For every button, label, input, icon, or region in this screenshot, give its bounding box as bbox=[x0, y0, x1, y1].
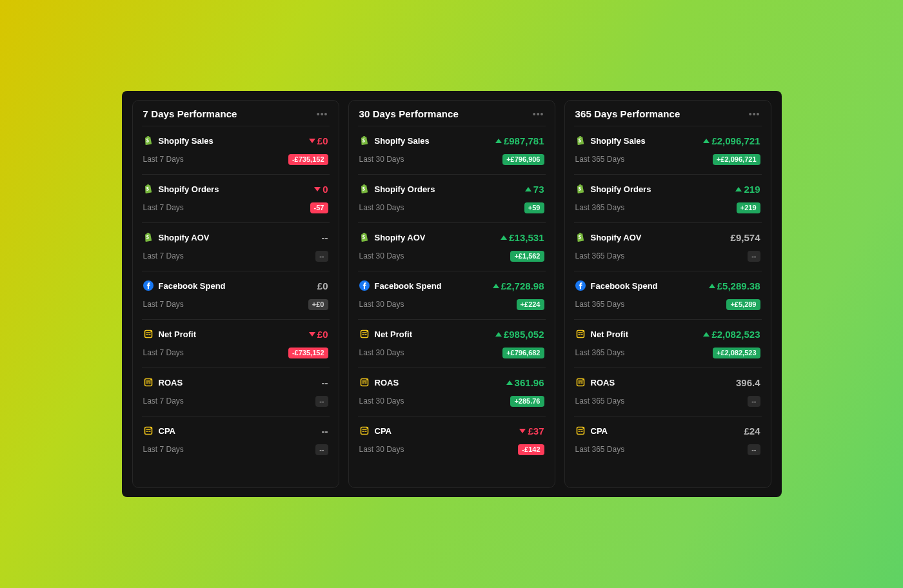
facebook-icon bbox=[359, 280, 370, 291]
metric-value: £0 bbox=[309, 329, 328, 340]
metric-value: £0 bbox=[317, 280, 328, 291]
metric-roas: ROAS 396.4 Last 365 Days -- bbox=[574, 368, 762, 416]
metric-delta-badge: -- bbox=[315, 396, 328, 407]
metric-shopify-aov: Shopify AOV -- Last 7 Days -- bbox=[142, 222, 330, 271]
metric-delta-badge: -- bbox=[748, 444, 760, 455]
metric-delta-badge: +£0 bbox=[308, 299, 328, 310]
calculator-icon bbox=[575, 426, 586, 436]
metric-sublabel: Last 365 Days bbox=[575, 397, 625, 406]
metric-value: £13,531 bbox=[501, 232, 544, 243]
metric-cpa: CPA -- Last 7 Days -- bbox=[142, 416, 330, 464]
metric-delta-badge: +59 bbox=[524, 202, 544, 213]
trend-up-icon bbox=[703, 139, 710, 143]
calculator-icon bbox=[143, 377, 154, 387]
trend-up-icon bbox=[709, 284, 715, 288]
metric-value: £37 bbox=[519, 426, 544, 436]
metric-shopify-sales: Shopify Sales £2,096,721 Last 365 Days +… bbox=[574, 126, 762, 174]
metric-facebook-spend: Facebook Spend £2,728.98 Last 30 Days +£… bbox=[358, 271, 546, 319]
shopify-icon bbox=[359, 135, 370, 146]
metric-value: £5,289.38 bbox=[709, 280, 760, 291]
calculator-icon bbox=[359, 329, 370, 339]
metric-value: 73 bbox=[525, 184, 544, 195]
trend-up-icon bbox=[495, 332, 502, 337]
column-title: 7 Days Performance bbox=[143, 108, 237, 119]
metric-sublabel: Last 7 Days bbox=[143, 155, 184, 164]
column-menu-button[interactable]: ••• bbox=[317, 109, 328, 119]
svg-point-15 bbox=[150, 427, 152, 429]
calculator-icon bbox=[575, 329, 586, 339]
metric-label: Shopify AOV bbox=[159, 233, 210, 242]
shopify-icon bbox=[575, 232, 586, 242]
metric-roas: ROAS 361.96 Last 30 Days +285.76 bbox=[358, 368, 546, 416]
performance-column-7d: 7 Days Performance ••• Shopify Sales £0 … bbox=[132, 100, 339, 488]
column-menu-button[interactable]: ••• bbox=[533, 109, 544, 119]
metric-shopify-sales: Shopify Sales £987,781 Last 30 Days +£79… bbox=[358, 126, 546, 174]
metric-label: Shopify Sales bbox=[591, 136, 646, 146]
metric-label: Net Profit bbox=[591, 329, 629, 339]
svg-point-10 bbox=[150, 378, 152, 380]
metric-delta-badge: -- bbox=[315, 444, 328, 455]
metric-shopify-aov: Shopify AOV £9,574 Last 365 Days -- bbox=[574, 222, 762, 271]
metric-sublabel: Last 7 Days bbox=[143, 203, 184, 212]
metric-value: £24 bbox=[744, 426, 760, 436]
column-menu-button[interactable]: ••• bbox=[749, 109, 760, 119]
metric-sublabel: Last 365 Days bbox=[575, 300, 625, 309]
metric-label: ROAS bbox=[159, 378, 183, 387]
metric-value: 0 bbox=[314, 184, 328, 195]
trend-down-icon bbox=[309, 139, 315, 143]
metric-label: CPA bbox=[159, 426, 175, 436]
metric-label: Net Profit bbox=[375, 329, 413, 339]
trend-down-icon bbox=[309, 332, 315, 337]
facebook-icon bbox=[575, 280, 586, 291]
metric-cpa: CPA £24 Last 365 Days -- bbox=[574, 416, 762, 464]
metric-value: £9,574 bbox=[731, 232, 760, 243]
shopify-icon bbox=[575, 184, 586, 194]
metric-sublabel: Last 30 Days bbox=[359, 203, 404, 212]
calculator-icon bbox=[359, 377, 370, 387]
metric-sublabel: Last 365 Days bbox=[575, 445, 625, 454]
metric-sublabel: Last 365 Days bbox=[575, 348, 625, 357]
metric-sublabel: Last 30 Days bbox=[359, 348, 404, 357]
metric-delta-badge: +£224 bbox=[517, 299, 544, 310]
metric-sublabel: Last 7 Days bbox=[143, 445, 184, 454]
trend-up-icon bbox=[501, 235, 507, 240]
metric-label: Shopify Sales bbox=[159, 136, 213, 146]
metric-value: £985,052 bbox=[495, 329, 544, 340]
metric-label: Facebook Spend bbox=[159, 281, 226, 291]
column-title: 30 Days Performance bbox=[359, 108, 459, 119]
metric-label: Shopify AOV bbox=[375, 233, 426, 242]
metric-facebook-spend: Facebook Spend £0 Last 7 Days +£0 bbox=[142, 271, 330, 319]
metric-label: Shopify Orders bbox=[159, 184, 219, 194]
metric-value: 219 bbox=[735, 184, 760, 195]
metric-shopify-orders: Shopify Orders 73 Last 30 Days +59 bbox=[358, 174, 546, 222]
dashboard-panel: 7 Days Performance ••• Shopify Sales £0 … bbox=[122, 91, 782, 497]
svg-point-31 bbox=[366, 427, 368, 429]
metric-value: -- bbox=[322, 377, 328, 388]
metric-delta-badge: -£735,152 bbox=[288, 154, 328, 165]
metric-sublabel: Last 365 Days bbox=[575, 251, 625, 260]
trend-up-icon bbox=[703, 332, 710, 337]
metric-shopify-sales: Shopify Sales £0 Last 7 Days -£735,152 bbox=[142, 126, 330, 174]
metric-delta-badge: -- bbox=[748, 251, 760, 262]
metric-label: ROAS bbox=[375, 378, 399, 387]
metric-label: CPA bbox=[591, 426, 608, 436]
metric-value: £2,096,721 bbox=[703, 135, 760, 146]
metric-delta-badge: -£735,152 bbox=[288, 348, 328, 358]
trend-up-icon bbox=[506, 380, 513, 385]
facebook-icon bbox=[143, 280, 154, 291]
metric-net-profit: Net Profit £985,052 Last 30 Days +£796,6… bbox=[358, 319, 546, 368]
metric-delta-badge: +219 bbox=[737, 202, 760, 213]
metric-label: CPA bbox=[375, 426, 392, 436]
metric-shopify-aov: Shopify AOV £13,531 Last 30 Days +£1,562 bbox=[358, 222, 546, 271]
metric-label: Shopify AOV bbox=[591, 233, 642, 242]
metric-delta-badge: -- bbox=[748, 396, 760, 407]
metric-label: Facebook Spend bbox=[591, 281, 658, 291]
metric-value: 396.4 bbox=[736, 377, 760, 388]
performance-column-30d: 30 Days Performance ••• Shopify Sales £9… bbox=[348, 100, 555, 488]
metric-value: -- bbox=[322, 232, 328, 243]
metric-sublabel: Last 365 Days bbox=[575, 203, 625, 212]
svg-point-21 bbox=[366, 330, 368, 332]
metric-roas: ROAS -- Last 7 Days -- bbox=[142, 368, 330, 416]
metric-sublabel: Last 30 Days bbox=[359, 155, 404, 164]
metric-delta-badge: -57 bbox=[310, 202, 328, 213]
